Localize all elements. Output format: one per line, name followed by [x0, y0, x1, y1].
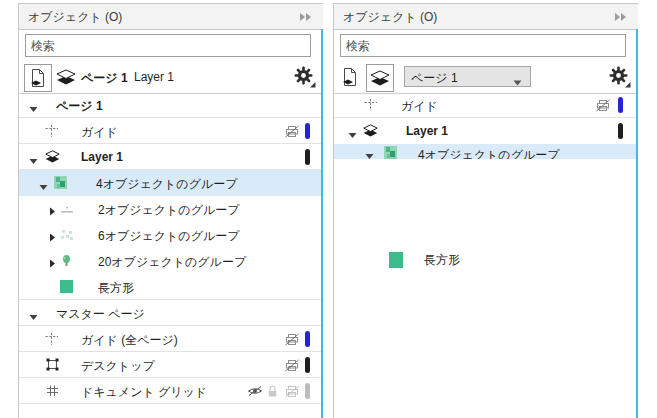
- row-label: ドキュメント グリッド: [81, 384, 207, 401]
- tree-row-rectangle[interactable]: 長方形: [19, 274, 323, 300]
- tree-row-layer1[interactable]: Layer 1: [334, 118, 638, 144]
- row-label: ページ 1: [56, 98, 103, 115]
- panel-toolbar: ページ 1 Layer 1: [19, 62, 323, 94]
- page-select[interactable]: ページ 1: [404, 66, 531, 87]
- tree-row-document-grid[interactable]: ドキュメント グリッド: [19, 378, 323, 404]
- search-bar: [334, 30, 638, 62]
- collapse-arrow-icon[interactable]: [29, 154, 38, 168]
- row-label: Layer 1: [406, 124, 448, 138]
- row-label: 20オブジェクトのグループ: [98, 254, 246, 271]
- tree-row-group6[interactable]: 6オブジェクトのグループ: [19, 222, 323, 248]
- tree-row-group4[interactable]: 4オブジェクトのグループ: [334, 144, 638, 159]
- row-label: マスター ページ: [56, 306, 145, 323]
- group-thumbnail: [384, 146, 397, 159]
- panel-header: オブジェクト (O): [19, 4, 323, 30]
- tree-row-master-page[interactable]: マスター ページ: [19, 300, 323, 326]
- row-label: 6オブジェクトのグループ: [98, 228, 240, 245]
- guides-crosshair-icon: [364, 98, 378, 115]
- collapse-arrow-icon[interactable]: [39, 180, 48, 194]
- panel-title: オブジェクト (O): [28, 9, 122, 26]
- row-label: Layer 1: [81, 150, 123, 164]
- tree-row-group4[interactable]: 4オブジェクトのグループ: [19, 170, 323, 196]
- printer-disabled-icon[interactable]: [285, 359, 299, 375]
- lock-icon[interactable]: [267, 385, 278, 401]
- guides-crosshair-icon: [45, 124, 59, 141]
- settings-gear-icon[interactable]: [293, 65, 317, 89]
- document-grid-icon: [46, 384, 59, 400]
- tree-row-guides-all[interactable]: ガイド (全ページ): [19, 326, 323, 352]
- printer-disabled-icon[interactable]: [285, 385, 299, 401]
- guides-crosshair-icon: [45, 332, 59, 349]
- group-thumbnail: [60, 229, 74, 244]
- collapse-arrow-icon[interactable]: [29, 102, 38, 116]
- expand-arrow-icon[interactable]: [49, 231, 56, 245]
- panel-header: オブジェクト (O): [334, 4, 638, 30]
- tree-row-group2[interactable]: 2オブジェクトのグループ: [19, 196, 323, 222]
- page-view-button[interactable]: [337, 64, 363, 90]
- row-label: 2オブジェクトのグループ: [98, 202, 240, 219]
- printer-disabled-icon[interactable]: [285, 333, 299, 349]
- printer-disabled-icon[interactable]: [285, 125, 299, 141]
- tree-row-group20[interactable]: 20オブジェクトのグループ: [19, 248, 323, 274]
- search-bar: [19, 30, 323, 62]
- page-view-button[interactable]: [24, 64, 52, 92]
- docker-edge-highlight: [636, 29, 638, 418]
- search-input[interactable]: [340, 34, 626, 57]
- layer-color-bar[interactable]: [618, 97, 623, 113]
- layer-color-bar[interactable]: [618, 123, 623, 139]
- current-layer-label: Layer 1: [134, 70, 174, 84]
- docker-edge-highlight: [321, 29, 323, 418]
- search-input[interactable]: [25, 34, 311, 57]
- tree-row-layer1[interactable]: Layer 1: [19, 144, 323, 170]
- row-label: 長方形: [424, 252, 460, 269]
- layer-color-bar[interactable]: [305, 357, 310, 373]
- group-thumbnail: [60, 204, 74, 218]
- tree-row-rectangle[interactable]: 長方形: [334, 246, 638, 272]
- page-select-value: ページ 1: [411, 70, 458, 87]
- collapse-arrow-icon[interactable]: [365, 149, 374, 159]
- layer-color-bar[interactable]: [305, 123, 310, 139]
- tree-row-desktop[interactable]: デスクトップ: [19, 352, 323, 378]
- row-label: 長方形: [98, 280, 134, 297]
- flyout-chevron-icon[interactable]: [614, 11, 628, 25]
- chevron-down-icon: [513, 75, 522, 89]
- expand-arrow-icon[interactable]: [49, 205, 56, 219]
- settings-gear-icon[interactable]: [608, 65, 632, 89]
- layers-icon: [370, 70, 390, 87]
- collapse-arrow-icon[interactable]: [348, 128, 357, 142]
- rectangle-thumbnail: [60, 280, 73, 296]
- printer-disabled-icon[interactable]: [596, 99, 610, 115]
- page-with-layer-icon: [341, 67, 359, 87]
- tree-row-guides[interactable]: ガイド: [19, 118, 323, 144]
- layer-diamond-icon: [45, 150, 60, 167]
- expand-arrow-icon[interactable]: [49, 257, 56, 271]
- group-thumbnail: [54, 176, 67, 192]
- layer-color-bar[interactable]: [305, 149, 310, 165]
- row-label: 4オブジェクトのグループ: [96, 176, 238, 193]
- objects-panel-left: オブジェクト (O) ページ 1 La: [18, 3, 323, 418]
- desktop-frame-icon: [46, 358, 59, 374]
- layer-color-bar[interactable]: [305, 331, 310, 347]
- layer-view-button[interactable]: [53, 64, 79, 90]
- layer-view-button[interactable]: [366, 64, 394, 92]
- row-label: ガイド: [81, 124, 118, 141]
- layer-color-bar[interactable]: [305, 383, 310, 399]
- row-label: ガイド: [401, 98, 438, 115]
- panel-title: オブジェクト (O): [343, 9, 437, 26]
- eye-hidden-icon[interactable]: [247, 385, 263, 400]
- group-thumbnail: [60, 254, 73, 271]
- rectangle-thumbnail: [389, 252, 403, 271]
- row-label: ガイド (全ページ): [81, 332, 178, 349]
- panel-toolbar: ページ 1: [334, 62, 638, 94]
- collapse-arrow-icon[interactable]: [29, 310, 38, 324]
- objects-docker-screenshot: オブジェクト (O) ページ 1 La: [0, 0, 657, 418]
- tree-row-guides[interactable]: ガイド: [334, 92, 638, 118]
- flyout-chevron-icon[interactable]: [299, 11, 313, 25]
- row-label: デスクトップ: [81, 358, 155, 375]
- objects-panel-right: オブジェクト (O) ページ 1: [333, 3, 638, 418]
- page-with-layer-icon: [29, 68, 47, 88]
- current-page-label: ページ 1: [81, 70, 128, 87]
- layers-icon: [56, 69, 76, 86]
- tree-row-page1[interactable]: ページ 1: [19, 92, 323, 118]
- layer-diamond-icon: [363, 124, 378, 141]
